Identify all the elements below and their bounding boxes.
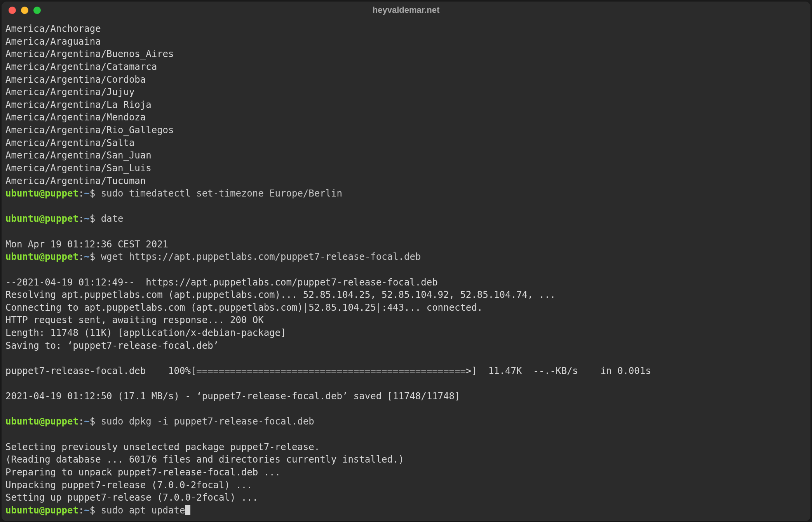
command-set-timezone: sudo timedatectl set-timezone Europe/Ber… <box>101 188 342 199</box>
prompt-at: @ <box>39 188 45 199</box>
traffic-lights <box>9 7 41 14</box>
command-dpkg: sudo dpkg -i puppet7-release-focal.deb <box>101 416 314 427</box>
prompt-colon: : <box>78 188 84 199</box>
terminal-window: heyvaldemar.net America/Anchorage Americ… <box>2 2 810 521</box>
prompt-dollar: $ <box>90 505 101 516</box>
prompt-colon: : <box>78 505 84 516</box>
prompt-colon: : <box>78 416 84 427</box>
prompt-user: ubuntu <box>5 416 39 427</box>
prompt-line-5: ubuntu@puppet:~$ sudo apt update <box>5 504 807 517</box>
prompt-user: ubuntu <box>5 213 39 224</box>
prompt-at: @ <box>39 505 45 516</box>
cursor-icon <box>185 505 190 515</box>
output-wget: --2021-04-19 01:12:49-- https://apt.pupp… <box>5 277 651 402</box>
prompt-dollar: $ <box>90 188 101 199</box>
prompt-dollar: $ <box>90 251 101 262</box>
prompt-host: puppet <box>45 416 78 427</box>
prompt-line-1: ubuntu@puppet:~$ sudo timedatectl set-ti… <box>5 187 807 200</box>
command-wget: wget https://apt.puppetlabs.com/puppet7-… <box>101 251 421 262</box>
close-icon[interactable] <box>9 7 16 14</box>
prompt-dollar: $ <box>90 213 101 224</box>
window-title: heyvaldemar.net <box>9 5 803 15</box>
prompt-colon: : <box>78 213 84 224</box>
prompt-user: ubuntu <box>5 188 39 199</box>
prompt-path: ~ <box>84 213 89 224</box>
prompt-path: ~ <box>84 416 89 427</box>
prompt-line-2: ubuntu@puppet:~$ date <box>5 212 807 225</box>
maximize-icon[interactable] <box>33 7 41 14</box>
command-apt-update: sudo apt update <box>101 505 185 516</box>
prompt-at: @ <box>39 213 45 224</box>
prompt-at: @ <box>39 416 45 427</box>
prompt-path: ~ <box>84 251 89 262</box>
prompt-path: ~ <box>84 505 89 516</box>
prompt-at: @ <box>39 251 45 262</box>
prompt-dollar: $ <box>90 416 101 427</box>
prompt-user: ubuntu <box>5 251 39 262</box>
prompt-host: puppet <box>45 251 78 262</box>
output-dpkg: Selecting previously unselected package … <box>5 442 404 503</box>
terminal-body[interactable]: America/Anchorage America/Araguaina Amer… <box>2 19 810 521</box>
prompt-colon: : <box>78 251 84 262</box>
output-date: Mon Apr 19 01:12:36 CEST 2021 <box>5 239 168 250</box>
command-date: date <box>101 213 124 224</box>
output-timezone-list: America/Anchorage America/Araguaina Amer… <box>5 23 174 186</box>
prompt-host: puppet <box>45 188 78 199</box>
prompt-host: puppet <box>45 505 78 516</box>
prompt-host: puppet <box>45 213 78 224</box>
prompt-path: ~ <box>84 188 89 199</box>
minimize-icon[interactable] <box>21 7 28 14</box>
prompt-line-4: ubuntu@puppet:~$ sudo dpkg -i puppet7-re… <box>5 415 807 428</box>
prompt-user: ubuntu <box>5 505 39 516</box>
prompt-line-3: ubuntu@puppet:~$ wget https://apt.puppet… <box>5 251 807 263</box>
titlebar: heyvaldemar.net <box>2 2 810 19</box>
